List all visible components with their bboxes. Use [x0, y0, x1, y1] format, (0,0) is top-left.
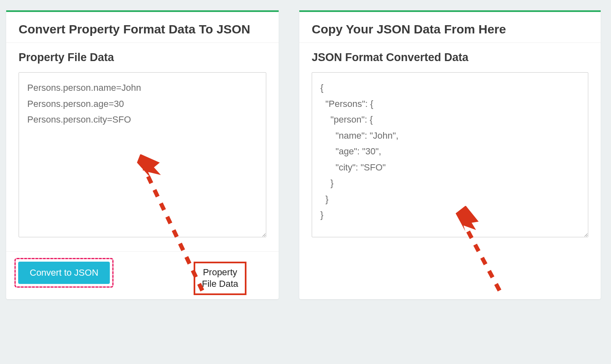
- convert-panel: Convert Property Format Data To JSON Pro…: [6, 10, 279, 299]
- output-panel-title: Copy Your JSON Data From Here: [312, 22, 588, 36]
- output-panel-body: JSON Format Converted Data: [299, 43, 601, 251]
- convert-panel-header: Convert Property Format Data To JSON: [6, 12, 279, 43]
- property-data-label: Property File Data: [19, 51, 266, 64]
- convert-panel-title: Convert Property Format Data To JSON: [19, 22, 266, 36]
- convert-panel-body: Property File Data: [6, 43, 279, 251]
- output-panel-header: Copy Your JSON Data From Here: [299, 12, 601, 43]
- json-data-label: JSON Format Converted Data: [312, 51, 588, 64]
- output-panel: Copy Your JSON Data From Here JSON Forma…: [299, 10, 601, 299]
- convert-to-json-button[interactable]: Convert to JSON: [18, 262, 110, 284]
- property-annotation-label: Property File Data: [194, 262, 246, 295]
- json-output-textarea[interactable]: [312, 72, 588, 237]
- property-input-textarea[interactable]: [19, 72, 266, 237]
- button-highlight: Convert to JSON: [14, 258, 114, 288]
- convert-panel-footer: Convert to JSON Property File Data: [6, 251, 279, 299]
- property-annotation: Property File Data: [194, 262, 246, 295]
